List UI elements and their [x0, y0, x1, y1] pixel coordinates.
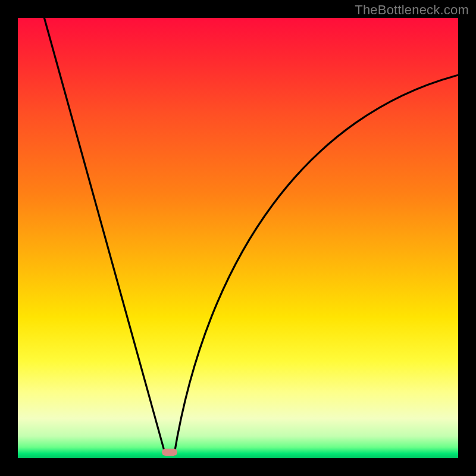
bottleneck-curve	[18, 18, 458, 458]
curve-left-branch	[44, 18, 165, 455]
curve-right-branch	[174, 75, 458, 455]
minimum-marker	[162, 449, 177, 456]
chart-frame: TheBottleneck.com	[0, 0, 476, 476]
watermark-text: TheBottleneck.com	[355, 2, 469, 18]
plot-area	[18, 18, 458, 458]
